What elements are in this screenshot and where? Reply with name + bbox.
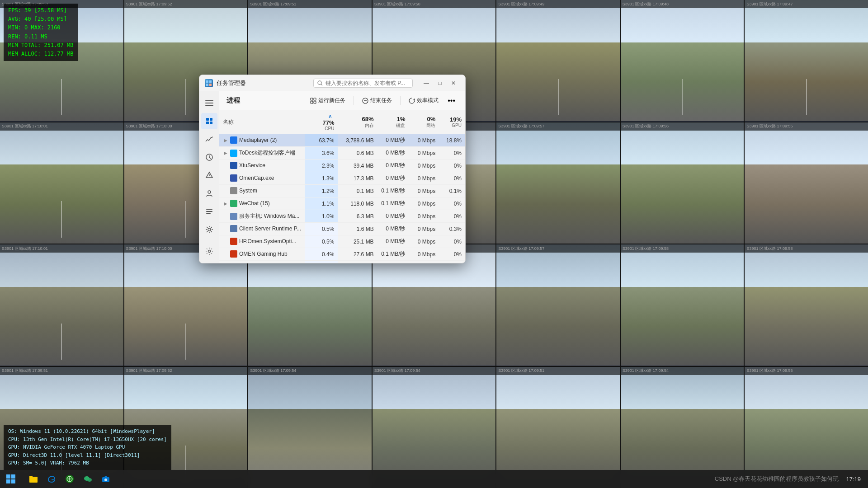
column-header-network[interactable]: 0% 网络	[409, 110, 439, 134]
efficiency-icon	[409, 98, 415, 104]
column-header-disk[interactable]: 1% 磁盘	[377, 110, 409, 134]
run-task-button[interactable]: 运行新任务	[306, 95, 350, 106]
svg-rect-28	[6, 474, 10, 479]
column-header-name[interactable]: 名称	[219, 110, 305, 134]
camera-cell[interactable]: S3901 区域xx路 17:09:56	[621, 122, 744, 244]
search-input[interactable]	[326, 80, 407, 86]
table-row[interactable]: OmenCap.exe1.3%17.3 MB0 MB/秒0 Mbps0%	[219, 172, 465, 185]
camera-label: S3901 区域xx路 17:10:01	[0, 122, 123, 131]
table-row[interactable]: ▶Mediaplayer (2)63.7%3,788.6 MB0 MB/秒0 M…	[219, 134, 465, 147]
camera-cell[interactable]: S3901 区域xx路 17:09:48	[621, 0, 744, 122]
process-cpu: 3.6%	[305, 147, 338, 160]
camera-cell[interactable]: S3901 区域xx路 17:09:58	[621, 244, 744, 366]
camera-label: S3901 区域xx路 17:09:55	[745, 122, 868, 131]
end-task-button[interactable]: 结束任务	[358, 95, 396, 106]
process-gpu: 18.8%	[439, 134, 465, 147]
process-disk: 0 MB/秒	[377, 210, 409, 223]
table-row[interactable]: OMEN Gaming Hub0.4%27.6 MB0.1 MB/秒0 Mbps…	[219, 248, 465, 261]
process-disk: 0 MB/秒	[377, 261, 409, 263]
sidebar-item-startup[interactable]	[201, 167, 217, 183]
table-row[interactable]: Client Server Runtime P...0.5%1.6 MB0 MB…	[219, 223, 465, 235]
process-disk: 0 MB/秒	[377, 223, 409, 235]
taskmanager-body: 进程 运行新任务 结束任务 效率模式 •••	[199, 91, 465, 263]
expand-arrow[interactable]: ▶	[223, 150, 228, 155]
expand-arrow[interactable]: ▶	[223, 138, 228, 143]
process-table-container[interactable]: 名称 ∧ 77% CPU 68% 内存	[219, 110, 465, 263]
process-name-text: System	[239, 188, 257, 194]
camera-label: S3901 区域xx路 17:09:51	[248, 0, 372, 8]
table-row[interactable]: HP.Omen.SystemOpti...0.5%25.1 MB0 MB/秒0 …	[219, 235, 465, 248]
table-row[interactable]: System1.2%0.1 MB0.1 MB/秒0 Mbps0.1%	[219, 185, 465, 197]
table-row[interactable]: XtuService2.3%39.4 MB0 MB/秒0 Mbps0%	[219, 160, 465, 172]
process-cpu: 1.0%	[305, 210, 338, 223]
start-button[interactable]	[0, 470, 22, 488]
maximize-button[interactable]: □	[434, 77, 446, 89]
camera-label: S3901 区域xx路 17:09:48	[621, 0, 744, 8]
camera-label: S3901 区域xx路 17:09:54	[248, 367, 372, 375]
camera-cell[interactable]: S3901 区域xx路 17:09:57	[496, 244, 620, 366]
table-row[interactable]: ▶ToDesk远程控制客户端3.6%0.6 MB0 MB/秒0 Mbps0%	[219, 147, 465, 160]
process-disk: 0 MB/秒	[377, 160, 409, 172]
taskmanager-search[interactable]	[313, 79, 413, 88]
process-icon	[230, 213, 237, 220]
column-header-cpu[interactable]: ∧ 77% CPU	[305, 110, 338, 134]
camera-cell[interactable]: S3901 区域xx路 17:09:47	[745, 0, 868, 122]
expand-arrow[interactable]: ▶	[223, 201, 228, 206]
camera-cell[interactable]: S3901 区域xx路 17:09:49	[496, 0, 620, 122]
sidebar-item-process[interactable]	[201, 113, 217, 129]
camera-label: S3901 区域xx路 17:10:01	[0, 244, 123, 253]
process-name-cell: ▶WeChat (15)	[219, 197, 305, 209]
svg-rect-33	[29, 476, 33, 478]
svg-rect-8	[205, 105, 213, 106]
process-name-text: OMEN Gaming Hub	[239, 251, 288, 257]
close-button[interactable]: ✕	[447, 77, 460, 89]
process-gpu: 0%	[439, 172, 465, 185]
efficiency-button[interactable]: 效率模式	[404, 95, 443, 106]
process-memory: 25.1 MB	[338, 235, 377, 248]
process-gpu: 0.1%	[439, 185, 465, 197]
column-header-memory[interactable]: 68% 内存	[338, 110, 377, 134]
taskbar-icon-camera[interactable]	[98, 471, 114, 487]
sidebar-item-users[interactable]	[201, 185, 217, 202]
processes-tab-title: 进程	[226, 96, 304, 105]
sysinfo-overlay: OS: Windows 11 (10.0.22621) 64bit [Windo…	[4, 425, 171, 470]
minimize-button[interactable]: —	[420, 77, 433, 89]
watermark: CSDN @春天花花幼稚园的程序员教孩子如何玩	[715, 475, 839, 483]
sidebar-item-history[interactable]	[201, 149, 217, 165]
taskmanager-icon	[205, 79, 213, 87]
process-cpu: 2.3%	[305, 160, 338, 172]
camera-label: S3901 区域xx路 17:09:58	[745, 244, 868, 253]
more-options-button[interactable]: •••	[445, 95, 458, 107]
process-name-text: Mediaplayer (2)	[239, 137, 277, 143]
process-icon	[230, 162, 237, 169]
svg-rect-19	[206, 213, 211, 214]
process-memory: 27.6 MB	[338, 248, 377, 261]
process-icon	[230, 238, 237, 245]
camera-cell[interactable]: S3901 区域xx路 17:09:58	[745, 244, 868, 366]
sidebar-menu-button[interactable]	[201, 95, 217, 111]
process-name-cell: ▶ToDesk远程控制客户端	[219, 147, 305, 159]
sidebar-item-services[interactable]	[201, 221, 217, 238]
svg-rect-6	[205, 100, 213, 101]
taskbar-icon-edge[interactable]	[43, 471, 60, 487]
column-header-gpu[interactable]: 19% GPU	[439, 110, 465, 134]
table-row[interactable]: 服务主机: Windows Ma...1.0%6.3 MB0 MB/秒0 Mbp…	[219, 210, 465, 223]
process-memory: 3,788.6 MB	[338, 134, 377, 147]
sidebar-item-performance[interactable]	[201, 131, 217, 147]
taskbar-icon-xbox[interactable]	[61, 471, 78, 487]
camera-cell[interactable]: S3901 区域xx路 17:10:01	[0, 122, 123, 244]
table-row[interactable]: ▶WeChat (15)1.1%118.0 MB0.1 MB/秒0 Mbps0%	[219, 197, 465, 210]
camera-cell[interactable]: S3901 区域xx路 17:09:55	[745, 122, 868, 244]
camera-cell[interactable]: S3901 区域xx路 17:10:01	[0, 244, 123, 366]
taskbar-icon-explorer[interactable]	[25, 471, 42, 487]
sidebar-item-settings[interactable]	[201, 243, 217, 259]
taskbar-icon-wechat[interactable]	[80, 471, 96, 487]
taskmanager-window: 任务管理器 — □ ✕	[199, 75, 466, 263]
svg-rect-17	[206, 209, 212, 210]
svg-rect-18	[206, 211, 212, 212]
table-row[interactable]: 腾讯电脑管家 (32 位)0.4%72.8 MB0 MB/秒0 Mbps0.1%	[219, 261, 465, 263]
sidebar-item-details[interactable]	[201, 203, 217, 220]
svg-rect-9	[206, 118, 209, 121]
camera-label: S3901 区域xx路 17:09:49	[496, 0, 620, 8]
camera-cell[interactable]: S3901 区域xx路 17:09:57	[496, 122, 620, 244]
